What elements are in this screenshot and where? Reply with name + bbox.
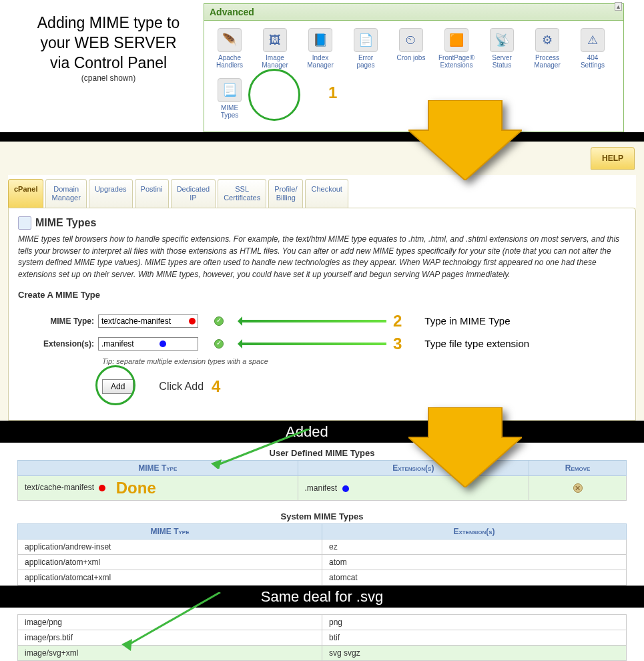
step-3-marker: 3 [393,335,402,353]
tab-bar: cPanelDomainManagerUpgradesPostiniDedica… [8,175,636,208]
tab-cpanel[interactable]: cPanel [8,179,43,208]
diag-arrow-icon [210,429,316,469]
diag-arrow-icon [120,592,227,652]
step-3-text: Type file type extension [424,338,529,349]
advanced-icon--[interactable]: ⚠404Settings [570,26,615,76]
intro-text: MIME types tell browsers how to handle s… [18,234,626,280]
svg-marker-5 [121,639,132,651]
click-add-text: Click Add [159,381,204,393]
svg-line-2 [216,429,310,465]
svg-line-4 [127,592,220,646]
advanced-icon-index[interactable]: 📘IndexManager [298,26,343,76]
app-icon: 🟧 [444,28,468,52]
tab-checkout[interactable]: Checkout [305,179,348,208]
table-row: image/prs.btifbtif [18,630,627,645]
validation-ok-icon [214,316,224,326]
table-row: application/atom+xmlatom [18,554,627,570]
step-2-marker: 2 [393,312,402,330]
table-row: image/pngpng [18,614,627,630]
done-text: Done [116,479,156,497]
app-icon: ⚙ [535,28,559,52]
blue-dot-icon [342,485,349,492]
tab-ssl[interactable]: SSLCertificates [218,179,266,208]
instr-sub: (cpanel shown) [81,73,135,83]
validation-ok-icon [214,339,224,349]
tab-dedicated[interactable]: DedicatedIP [171,179,216,208]
extension-label: Extension(s): [29,339,98,349]
advanced-icon-image[interactable]: 🖼ImageManager [252,26,298,76]
app-icon: 📄 [354,28,378,52]
tab-profile/[interactable]: Profile/Billing [268,179,303,208]
tab-postini[interactable]: Postini [135,179,169,208]
collapse-icon[interactable]: ▴ [615,2,622,11]
app-icon: ⚠ [581,28,605,52]
table-row: text/cache-manifest Done .manifest ✕ [18,475,627,500]
app-icon: 🖼 [263,28,287,52]
step-4-marker: 4 [212,377,220,396]
table-row: application/andrew-insetez [18,539,627,554]
advanced-icon-error[interactable]: 📄Errorpages [343,26,388,76]
svg-marker-0 [408,100,522,180]
added-band: Added [0,421,644,443]
advanced-icon-apache[interactable]: 🪶ApacheHandlers [207,26,252,76]
app-icon: 📡 [490,28,514,52]
extension-input[interactable] [98,337,198,351]
step-1-marker: 1 [328,83,337,102]
blue-dot-icon [159,341,166,347]
tip-text: Tip: separate multiple extension types w… [102,357,615,365]
red-dot-icon [99,485,105,491]
instruction-callout: Adding MIME type to your WEB SERVER via … [0,3,204,83]
green-arrow-icon [240,320,386,322]
mime-icon [18,216,31,230]
th-ext: Extension(s) [322,523,627,539]
sys-mime-table-b: image/pngpngimage/prs.btifbtifimage/svg+… [17,614,627,661]
advanced-icon-frontpage-[interactable]: 🟧FrontPage®Extensions [434,26,479,76]
app-icon: 📘 [308,28,332,52]
advanced-icon-cron-jobs[interactable]: ⏲Cron jobs [388,26,434,76]
instr-l2: your WEB SERVER [40,34,176,51]
th-remove: Remove [529,460,627,475]
step-2-text: Type in MIME Type [424,315,510,326]
svg-band: Same deal for .svg [0,586,644,608]
table-row: application/atomcat+xmlatomcat [18,570,627,585]
create-heading: Create A MIME Type [18,290,626,300]
advanced-icon-server[interactable]: 📡ServerStatus [479,26,525,76]
svg-marker-3 [211,459,222,469]
red-dot-icon [189,318,196,324]
mime-type-input[interactable] [98,314,198,328]
advanced-icon-mime[interactable]: 📃MIMETypes [207,76,252,126]
app-icon: 📃 [218,78,242,102]
help-button[interactable]: HELP [591,147,635,170]
tab-domain[interactable]: DomainManager [45,179,86,208]
sys-mime-table-a: MIME Type Extension(s) application/andre… [17,523,627,586]
green-arrow-icon [240,343,386,345]
user-mime-table: MIME Type Extension(s) Remove text/cache… [17,460,627,501]
sys-mime-title: System MIME Types [0,511,644,521]
tab-upgrades[interactable]: Upgrades [89,179,133,208]
add-button[interactable]: Add [102,379,133,394]
th-mime: MIME Type [18,523,322,539]
svg-marker-1 [408,407,522,487]
table-row: image/svg+xmlsvg svgz [18,645,627,660]
user-mime-title: User Defined MIME Types [0,448,644,458]
advanced-header: Advanced [204,4,623,21]
down-arrow-icon [408,100,522,180]
app-icon: ⏲ [399,28,423,52]
down-arrow-icon [408,407,522,487]
page-title: MIME Types [18,216,626,230]
mime-type-label: MIME Type: [29,316,98,326]
instr-l1: Adding MIME type to [37,14,180,31]
advanced-icon-process[interactable]: ⚙ProcessManager [525,26,570,76]
app-icon: 🪶 [218,28,242,52]
instr-l3: via Control Panel [50,54,167,71]
remove-button[interactable]: ✕ [573,483,583,493]
